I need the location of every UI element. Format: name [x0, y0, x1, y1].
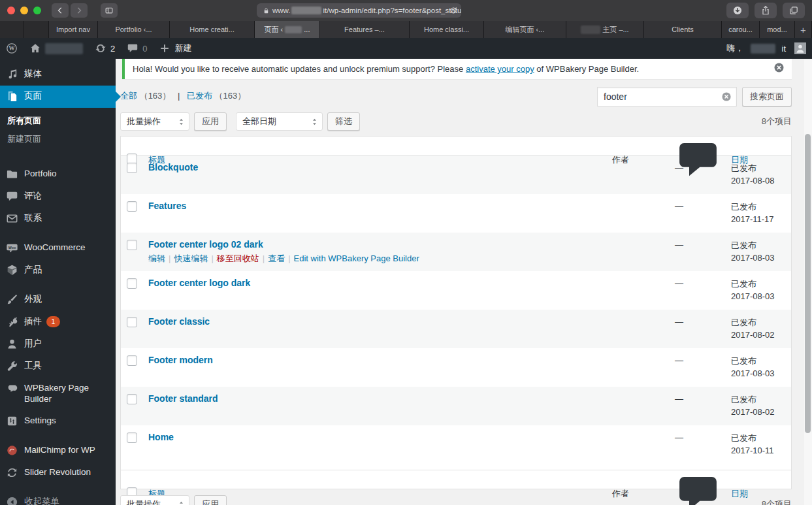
bulk-actions-select-bottom[interactable]: 批量操作 [120, 495, 189, 505]
row-action-link[interactable]: Edit with WPBakery Page Builder [294, 253, 419, 263]
tab-overview-button[interactable] [783, 3, 805, 18]
my-account-menu[interactable]: 嗨， it [721, 38, 812, 59]
sidebar-item-comments[interactable]: 评论 [0, 186, 116, 208]
zoom-window-button[interactable] [33, 7, 41, 14]
sidebar-item-tools[interactable]: 工具 [0, 355, 116, 378]
svg-text:Woo: Woo [8, 246, 16, 250]
row-author-cell [607, 387, 669, 425]
updates-menu[interactable]: 2 [89, 38, 121, 59]
sidebar-item-media[interactable]: 媒体 [0, 63, 116, 86]
sidebar-item-label: Portfolio [24, 169, 57, 180]
back-button[interactable] [52, 3, 69, 18]
browser-tab[interactable]: 页面 ‹... [255, 21, 320, 38]
page-title-link[interactable]: Features [148, 201, 186, 211]
row-checkbox[interactable] [127, 163, 137, 173]
page-title-link[interactable]: Footer standard [148, 393, 218, 404]
row-title-cell: Blockquote [142, 155, 607, 194]
browser-tab[interactable] [0, 21, 24, 38]
sidebar-item-label: WooCommerce [24, 242, 86, 253]
sidebar-item-mailchimp[interactable]: MailChimp for WP [0, 440, 116, 462]
activate-copy-link[interactable]: activate your copy [466, 64, 534, 74]
comments-menu[interactable]: 0 [121, 38, 153, 59]
date-filter-select[interactable]: 全部日期 [236, 112, 323, 131]
minimize-window-button[interactable] [20, 7, 28, 14]
sidebar-subitem[interactable]: 所有页面 [7, 112, 116, 130]
row-action-link[interactable]: 快速编辑 [174, 253, 208, 263]
search-input[interactable] [597, 87, 737, 106]
filter-published-link[interactable]: 已发布 [187, 91, 212, 101]
sidebar-item-settings[interactable]: Settings [0, 410, 116, 432]
browser-sidebar-toggle-button[interactable] [101, 3, 118, 18]
page-title-link[interactable]: Blockquote [148, 162, 198, 172]
search-pages-button[interactable]: 搜索页面 [742, 87, 792, 106]
sidebar-item-woocommerce[interactable]: WooWooCommerce [0, 237, 116, 259]
sidebar-item-collapse[interactable]: 收起菜单 [0, 491, 116, 505]
row-checkbox[interactable] [127, 240, 137, 250]
page-title-link[interactable]: Footer modern [148, 355, 213, 365]
row-checkbox[interactable] [127, 201, 137, 212]
row-checkbox-cell [121, 155, 142, 194]
sidebar-item-pages[interactable]: 页面 [0, 86, 116, 108]
browser-tab[interactable]: Home creati... [170, 21, 255, 38]
row-action-link[interactable]: 移至回收站 [217, 253, 259, 263]
browser-tab[interactable]: 编辑页面 ‹... [484, 21, 566, 38]
sidebar-item-plugins[interactable]: 插件1 [0, 311, 116, 333]
bulk-actions-select[interactable]: 批量操作 [120, 112, 189, 131]
row-checkbox[interactable] [127, 394, 137, 404]
address-bar[interactable]: www. it/wp-admin/edit.php?s=footer&post_… [257, 3, 461, 18]
clear-search-icon[interactable] [721, 91, 732, 102]
browser-tab[interactable]: carou... [722, 21, 760, 38]
browser-new-tab-button[interactable]: + [795, 21, 812, 38]
browser-tab[interactable] [24, 21, 49, 38]
filter-all-link[interactable]: 全部 [120, 91, 137, 101]
close-window-button[interactable] [7, 7, 15, 14]
new-content-menu[interactable]: 新建 [153, 38, 197, 59]
page-title-link[interactable]: Footer center logo 02 dark [148, 239, 263, 250]
page-title-link[interactable]: Home [148, 432, 174, 442]
publish-date: 2017-11-17 [731, 213, 791, 225]
page-title-link[interactable]: Footer classic [148, 316, 210, 327]
browser-tab[interactable]: Home classi... [410, 21, 484, 38]
row-checkbox[interactable] [127, 317, 137, 327]
scrollbar-thumb[interactable] [805, 134, 811, 433]
browser-tab[interactable]: Clients [644, 21, 722, 38]
browser-tab[interactable]: Import nav [49, 21, 98, 38]
publish-status: 已发布 [731, 432, 791, 444]
row-action-link[interactable]: 查看 [268, 253, 285, 263]
row-checkbox[interactable] [127, 432, 137, 443]
browser-tab[interactable]: mod... [760, 21, 795, 38]
apply-button-bottom[interactable]: 应用 [194, 495, 227, 505]
sidebar-item-contact[interactable]: 联系 [0, 208, 116, 230]
updates-icon [95, 42, 106, 54]
sort-by-date-link[interactable]: 日期 [731, 489, 748, 498]
sidebar-item-users[interactable]: 用户 [0, 333, 116, 355]
sidebar-subitem[interactable]: 新建页面 [7, 130, 116, 148]
reload-icon[interactable] [449, 6, 458, 15]
table-row: Footer standard—已发布2017-08-02 [121, 387, 791, 425]
sidebar-item-products[interactable]: 产品 [0, 259, 116, 282]
downloads-button[interactable] [726, 3, 749, 18]
browser-tab[interactable]: Portfolio ‹... [98, 21, 170, 38]
filter-button[interactable]: 筛选 [327, 112, 360, 131]
wp-admin-sidebar: 媒体页面所有页面新建页面Portfolio评论联系WooWooCommerce产… [0, 59, 116, 505]
browser-tab[interactable]: 主页 –... [566, 21, 644, 38]
sidebar-item-wpbakery[interactable]: WPBakery Page Builder [0, 378, 116, 410]
dismiss-notice-button[interactable] [773, 62, 785, 73]
sidebar-item-slider-revolution[interactable]: Slider Revolution [0, 462, 116, 484]
browser-tab[interactable]: Features –... [320, 21, 410, 38]
sidebar-item-portfolio[interactable]: Portfolio [0, 163, 116, 186]
media-icon [6, 68, 18, 80]
row-action-link[interactable]: 编辑 [148, 253, 165, 263]
apply-button[interactable]: 应用 [194, 112, 227, 131]
forward-button[interactable] [71, 3, 88, 18]
sidebar-item-appearance[interactable]: 外观 [0, 289, 116, 311]
tab-label: Import nav [56, 25, 90, 33]
collapse-icon [6, 496, 18, 505]
row-checkbox[interactable] [127, 355, 137, 366]
page-title-link[interactable]: Footer center logo dark [148, 278, 250, 288]
row-checkbox-cell [121, 271, 142, 310]
share-button[interactable] [755, 3, 777, 18]
site-name-menu[interactable] [24, 38, 89, 59]
row-checkbox[interactable] [127, 278, 137, 289]
wp-logo-menu[interactable]: W [0, 38, 24, 59]
